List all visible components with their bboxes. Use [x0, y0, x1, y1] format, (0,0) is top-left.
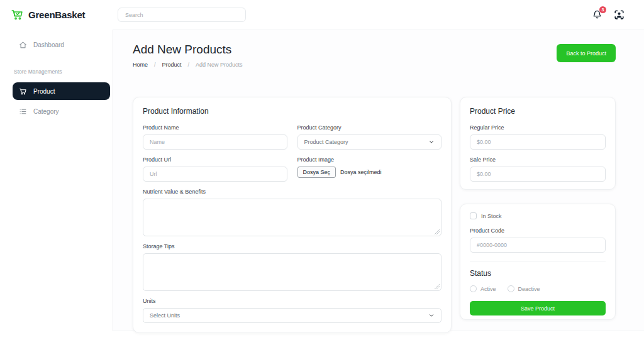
brand-logo[interactable]: GreenBasket	[0, 8, 113, 21]
product-category-label: Product Category	[297, 124, 442, 131]
page-header: Add New Products Home / Product / Add Ne…	[133, 43, 616, 68]
cart-icon	[19, 87, 27, 96]
nutrient-field: Nutrient Value & Benefits	[143, 189, 441, 236]
nutrient-label: Nutrient Value & Benefits	[143, 189, 441, 195]
product-image-field: Product Image Dosya Seç Dosya seçilmedi	[297, 156, 442, 182]
product-category-select[interactable]: Product Category	[297, 134, 442, 150]
in-stock-label: In Stock	[481, 213, 502, 219]
sale-price-field: Sale Price	[470, 156, 606, 182]
deactive-radio[interactable]	[508, 285, 514, 292]
sidebar-item-dashboard[interactable]: Dashboard	[13, 36, 110, 53]
breadcrumb-product[interactable]: Product	[162, 62, 182, 68]
back-to-product-button[interactable]: Back to Product	[557, 44, 616, 62]
chevron-down-icon	[428, 139, 435, 145]
storage-tips-textarea[interactable]	[143, 253, 441, 291]
sidebar-section-label: Store Managements	[14, 69, 113, 75]
product-code-field: Product Code	[470, 228, 606, 253]
stock-status-card: In Stock Product Code Status Active	[460, 204, 616, 320]
units-value: Select Units	[150, 312, 180, 319]
product-image-label: Product Image	[297, 156, 442, 163]
storage-tips-label: Storage Tips	[143, 243, 441, 250]
file-status-text: Dosya seçilmedi	[340, 169, 382, 175]
breadcrumb-current: Add New Products	[196, 62, 243, 68]
in-stock-row[interactable]: In Stock	[470, 212, 606, 219]
page-title: Add New Products	[133, 43, 243, 57]
save-product-button[interactable]: Save Product	[470, 301, 606, 315]
notification-badge: 3	[599, 6, 606, 13]
sidebar-item-label: Product	[33, 88, 55, 95]
sale-price-input[interactable]	[470, 167, 606, 182]
product-code-label: Product Code	[470, 228, 606, 234]
status-radio-group: Active Deactive	[470, 285, 606, 292]
sidebar-item-category[interactable]: Category	[13, 102, 110, 120]
status-option-deactive[interactable]: Deactive	[508, 285, 540, 292]
product-name-label: Product Name	[143, 124, 287, 131]
product-url-input[interactable]	[143, 167, 287, 182]
product-name-field: Product Name	[143, 124, 287, 150]
breadcrumb: Home / Product / Add New Products	[133, 62, 243, 68]
regular-price-input[interactable]	[470, 134, 606, 150]
product-price-card: Product Price Regular Price Sale Price	[460, 97, 616, 190]
status-heading: Status	[470, 269, 606, 278]
deactive-radio-label: Deactive	[518, 286, 540, 292]
nutrient-textarea[interactable]	[143, 199, 441, 236]
storage-tips-field: Storage Tips	[143, 243, 441, 291]
units-select[interactable]: Select Units	[143, 308, 441, 323]
product-category-field: Product Category Product Category	[297, 124, 442, 150]
brand-name: GreenBasket	[28, 9, 85, 20]
top-bar: GreenBasket 3	[0, 0, 644, 30]
sidebar: Dashboard Store Managements Product	[0, 30, 113, 331]
product-name-input[interactable]	[143, 134, 287, 150]
product-information-heading: Product Information	[143, 107, 441, 116]
in-stock-checkbox[interactable]	[470, 212, 477, 219]
file-choose-button[interactable]: Dosya Seç	[297, 167, 336, 178]
regular-price-label: Regular Price	[470, 124, 606, 131]
product-price-heading: Product Price	[470, 107, 606, 116]
divider	[470, 261, 606, 261]
breadcrumb-separator: /	[154, 62, 156, 68]
units-field: Units Select Units	[143, 298, 441, 323]
search-input[interactable]	[118, 8, 246, 22]
status-option-active[interactable]: Active	[470, 285, 496, 292]
active-radio-label: Active	[480, 286, 496, 292]
list-icon	[19, 107, 27, 116]
product-url-label: Product Url	[143, 156, 287, 163]
cart-logo-icon	[11, 8, 24, 21]
search-wrap	[118, 8, 246, 22]
top-icons: 3	[592, 9, 625, 21]
sidebar-item-label: Category	[33, 108, 59, 115]
breadcrumb-home[interactable]: Home	[133, 62, 148, 68]
product-url-field: Product Url	[143, 156, 287, 182]
notifications-button[interactable]: 3	[592, 9, 602, 20]
home-icon	[19, 41, 27, 49]
regular-price-field: Regular Price	[470, 124, 606, 150]
chevron-down-icon	[428, 312, 435, 319]
breadcrumb-separator: /	[188, 62, 190, 68]
main-content: Add New Products Home / Product / Add Ne…	[113, 30, 644, 331]
units-label: Units	[143, 298, 441, 304]
active-radio[interactable]	[470, 285, 477, 292]
user-frame-icon	[613, 9, 625, 21]
product-information-card: Product Information Product Name Product…	[133, 97, 452, 333]
sale-price-label: Sale Price	[470, 156, 606, 163]
product-code-input[interactable]	[470, 238, 606, 253]
sidebar-item-product[interactable]: Product	[13, 82, 110, 100]
product-category-value: Product Category	[304, 139, 348, 145]
sidebar-item-label: Dashboard	[33, 41, 64, 48]
account-button[interactable]	[613, 9, 625, 21]
